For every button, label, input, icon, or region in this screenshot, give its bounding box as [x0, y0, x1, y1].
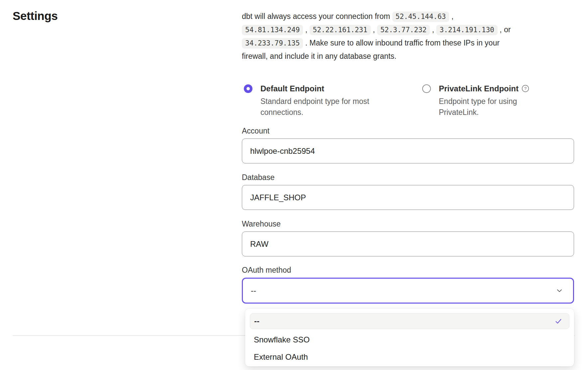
option-label: External OAuth [254, 352, 308, 362]
radio-selected-icon[interactable] [244, 84, 252, 93]
dropdown-option-snowflake-sso[interactable]: Snowflake SSO [250, 331, 569, 348]
account-field-group: Account [242, 127, 574, 163]
ip-address-chip: 34.233.79.135 [242, 38, 303, 48]
radio-description: Standard endpoint type for most connecti… [260, 96, 383, 118]
ip-address-chip: 54.81.134.249 [242, 25, 303, 35]
oauth-method-label: OAuth method [242, 266, 574, 275]
radio-description: Endpoint type for using PrivateLink. [439, 96, 527, 118]
database-label: Database [242, 173, 574, 182]
radio-label: PrivateLink Endpoint [439, 84, 519, 94]
page-title: Settings [13, 9, 58, 23]
database-input[interactable] [242, 185, 574, 210]
svg-text:?: ? [524, 86, 527, 91]
dropdown-option-none[interactable]: -- [250, 313, 569, 329]
ip-address-chip: 52.3.77.232 [377, 25, 430, 35]
ip-allowlist-note: dbt will always access your connection f… [242, 10, 574, 63]
oauth-method-selected-value: -- [251, 286, 256, 295]
radio-option-privatelink-endpoint[interactable]: PrivateLink Endpoint ? Endpoint type for… [422, 84, 530, 118]
oauth-method-field-group: OAuth method -- [242, 266, 574, 304]
account-label: Account [242, 127, 574, 136]
dropdown-option-external-oauth[interactable]: External OAuth [250, 348, 569, 366]
endpoint-type-group: Default Endpoint Standard endpoint type … [244, 84, 530, 118]
help-icon[interactable]: ? [521, 84, 530, 93]
settings-form: dbt will always access your connection f… [242, 0, 574, 370]
radio-option-default-endpoint[interactable]: Default Endpoint Standard endpoint type … [244, 84, 422, 118]
warehouse-field-group: Warehouse [242, 220, 574, 256]
radio-unselected-icon[interactable] [422, 84, 431, 93]
option-label: Snowflake SSO [254, 335, 310, 344]
ip-address-chip: 52.45.144.63 [392, 12, 449, 22]
ip-address-chip: 3.214.191.130 [436, 25, 497, 35]
warehouse-label: Warehouse [242, 220, 574, 229]
radio-label: Default Endpoint [260, 84, 324, 94]
warehouse-input[interactable] [242, 231, 574, 256]
checkmark-icon [554, 317, 562, 325]
chevron-down-icon [555, 286, 564, 295]
ip-address-chip: 52.22.161.231 [310, 25, 371, 35]
oauth-method-select[interactable]: -- [242, 278, 574, 304]
database-field-group: Database [242, 173, 574, 210]
account-input[interactable] [242, 139, 574, 163]
oauth-method-dropdown: -- Snowflake SSO External OAuth [245, 309, 574, 366]
option-label: -- [254, 317, 259, 326]
